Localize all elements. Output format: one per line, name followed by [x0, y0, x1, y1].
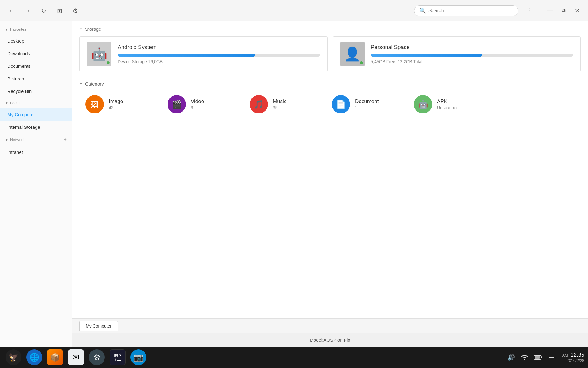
favorites-label: Favorites — [10, 27, 26, 32]
calculator-icon: ▦✕ +▬ — [110, 349, 126, 365]
personal-space-icon: 👤 — [340, 42, 365, 66]
package-icon: 📦 — [47, 349, 63, 365]
category-item-apk[interactable]: 🤖 APK Unscanned — [408, 91, 487, 117]
personal-space-name: Personal Space — [371, 44, 573, 51]
document-count: 1 — [355, 105, 379, 110]
menu-icon[interactable]: ☰ — [546, 352, 557, 363]
view-button[interactable]: ⊞ — [53, 4, 66, 17]
downloads-label: Downloads — [7, 51, 30, 56]
video-count: 9 — [191, 105, 204, 110]
forward-button[interactable]: → — [21, 4, 34, 17]
category-item-video[interactable]: 🎬 Video 9 — [161, 91, 241, 117]
back-button[interactable]: ← — [5, 4, 18, 17]
main-panel: ▼ Storage 🤖 Android System — [72, 21, 588, 347]
local-arrow: ▼ — [5, 101, 8, 105]
document-info: Document 1 — [355, 98, 379, 110]
model-bar: Model:AOSP on Flo — [72, 333, 588, 347]
svg-rect-1 — [535, 356, 540, 359]
android-system-card[interactable]: 🤖 Android System Device Storage 16,0GB — [79, 36, 328, 71]
sidebar-item-documents[interactable]: Documents — [0, 60, 72, 72]
recycle-bin-label: Recycle Bin — [7, 89, 32, 94]
android-system-info: Android System Device Storage 16,0GB — [118, 44, 320, 64]
minimize-button[interactable]: — — [544, 5, 556, 17]
documents-label: Documents — [7, 63, 31, 69]
sidebar-item-internal-storage[interactable]: Internal Storage — [0, 121, 72, 133]
clock-time: 12:35 — [571, 352, 584, 358]
clock: AM 12:35 2016/2/28 — [562, 352, 584, 363]
sidebar-item-intranet[interactable]: Intranet — [0, 146, 72, 159]
sidebar-item-pictures[interactable]: Pictures — [0, 72, 72, 85]
personal-bar-fill — [371, 54, 482, 57]
settings-icon: ⚙ — [89, 349, 105, 365]
personal-space-card[interactable]: 👤 Personal Space 5,45GB Free, 12,2GB Tot… — [333, 36, 581, 71]
sidebar-item-desktop[interactable]: Desktop — [0, 35, 72, 47]
document-label: Document — [355, 98, 379, 105]
storage-section-header: ▼ Storage — [72, 21, 588, 34]
apk-label: APK — [437, 98, 459, 105]
favorites-arrow: ▼ — [5, 28, 8, 31]
maximize-button[interactable]: ⧉ — [557, 5, 570, 17]
personal-status-dot — [360, 61, 363, 64]
taskbar-calculator-app[interactable]: ▦✕ +▬ — [108, 347, 127, 367]
category-item-document[interactable]: 📄 Document 1 — [326, 91, 405, 117]
close-button[interactable]: ✕ — [571, 5, 583, 17]
category-divider — [109, 84, 581, 84]
sidebar-item-recycle-bin[interactable]: Recycle Bin — [0, 85, 72, 98]
video-label: Video — [191, 98, 204, 105]
network-label: Network — [10, 137, 25, 142]
local-label: Local — [10, 101, 20, 105]
android-system-icon: 🤖 — [87, 42, 111, 66]
image-info: Image 42 — [109, 98, 123, 110]
desktop-label: Desktop — [7, 38, 24, 44]
search-box: 🔍 — [414, 5, 518, 16]
window-controls: — ⧉ ✕ — [544, 5, 583, 17]
taskbar-mail-app[interactable]: ✉ — [66, 347, 86, 367]
android-system-name: Android System — [118, 44, 320, 51]
storage-arrow: ▼ — [79, 27, 83, 31]
wifi-icon[interactable] — [519, 352, 530, 363]
sidebar-item-downloads[interactable]: Downloads — [0, 47, 72, 60]
taskbar-parrot-app[interactable]: 🦅 — [4, 347, 23, 367]
battery-icon[interactable] — [533, 352, 544, 363]
local-section[interactable]: ▼ Local — [0, 98, 72, 108]
category-item-music[interactable]: 🎵 Music 35 — [243, 91, 323, 117]
network-section[interactable]: ▼ Network + — [0, 133, 72, 146]
image-category-icon: 🖼 — [85, 95, 104, 113]
taskbar-camera-app[interactable]: 📷 — [129, 347, 148, 367]
personal-bar-bg — [371, 54, 573, 57]
sidebar: ▼ Favorites Desktop Downloads Documents … — [0, 21, 72, 347]
refresh-button[interactable]: ↻ — [37, 4, 50, 17]
storage-grid: 🤖 Android System Device Storage 16,0GB — [72, 34, 588, 76]
personal-space-info: Personal Space 5,45GB Free, 12,2GB Total — [371, 44, 573, 64]
apk-count: Unscanned — [437, 105, 459, 110]
clock-ampm: AM — [562, 353, 568, 358]
video-info: Video 9 — [191, 98, 204, 110]
status-tab[interactable]: My Computer — [79, 321, 118, 331]
add-network-icon[interactable]: + — [63, 136, 67, 143]
content-area: ▼ Favorites Desktop Downloads Documents … — [0, 21, 588, 347]
settings-button[interactable]: ⚙ — [69, 4, 82, 17]
sidebar-item-my-computer[interactable]: My Computer — [0, 108, 72, 121]
status-bar: My Computer — [72, 318, 588, 333]
taskbar-browser-app[interactable]: 🌐 — [24, 347, 44, 367]
category-section-header: ▼ Category — [72, 76, 588, 89]
image-count: 42 — [109, 105, 123, 110]
apk-category-icon: 🤖 — [414, 95, 432, 113]
taskbar-package-app[interactable]: 📦 — [45, 347, 65, 367]
storage-section-label: Storage — [85, 26, 101, 32]
internal-storage-label: Internal Storage — [7, 125, 40, 130]
android-bar-fill — [118, 54, 255, 57]
toolbar-divider — [87, 6, 87, 16]
more-button[interactable]: ⋮ — [523, 4, 537, 17]
favorites-section[interactable]: ▼ Favorites — [0, 24, 72, 35]
taskbar-settings-app[interactable]: ⚙ — [87, 347, 107, 367]
taskbar-tray: 🔊 ☰ AM 12:35 — [506, 352, 584, 363]
category-item-image[interactable]: 🖼 Image 42 — [79, 91, 159, 117]
network-arrow: ▼ — [5, 138, 8, 142]
music-label: Music — [273, 98, 286, 105]
storage-divider — [106, 29, 581, 29]
category-grid: 🖼 Image 42 🎬 Video 9 — [72, 89, 588, 122]
search-input[interactable] — [428, 8, 513, 13]
volume-icon[interactable]: 🔊 — [506, 352, 517, 363]
model-label: Model:AOSP on Flo — [310, 337, 350, 343]
